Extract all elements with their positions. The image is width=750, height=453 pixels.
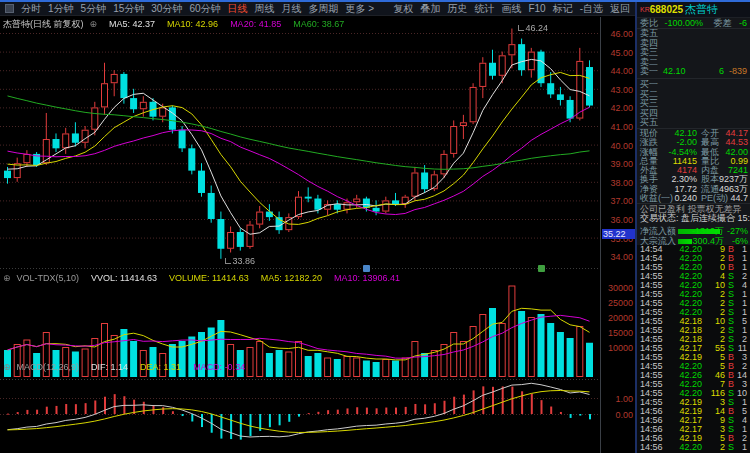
tick-row: 14:5642.202S1: [637, 443, 750, 452]
book-level-label: 卖五: [640, 28, 658, 38]
ma-values: MA5: 42.37MA10: 42.96MA20: 41.85MA60: 38…: [103, 19, 350, 29]
toolbar-button-统计[interactable]: 统计: [474, 3, 494, 15]
tab-30分钟[interactable]: 30分钟: [151, 3, 182, 15]
weicha-value: -6: [739, 18, 747, 29]
toolbar-button-标记[interactable]: 标记: [553, 3, 573, 15]
tab-日线[interactable]: 日线: [228, 3, 248, 15]
low-price-annotation: 33.86: [225, 256, 255, 266]
ask-row[interactable]: 卖一42.106-839: [637, 67, 750, 77]
toolbar-button-画线[interactable]: 画线: [501, 3, 521, 15]
ma-value: MA20: 41.85: [230, 19, 281, 29]
quote-panel: KR688025杰普特 委比 -100.00% 委差 -6 卖五卖四卖三卖二卖一…: [635, 2, 750, 453]
stat-label: 收益(一): [640, 194, 673, 203]
toolbar-button-复权[interactable]: 复权: [393, 3, 413, 15]
price-tick-label: 38.00: [601, 178, 633, 188]
volume-tick-label: 15000: [601, 328, 633, 338]
price-tick-label: 41.00: [601, 122, 633, 132]
tab-周线[interactable]: 周线: [255, 3, 275, 15]
tab-5分钟[interactable]: 5分钟: [81, 3, 107, 15]
book-level-label: 买三: [640, 98, 658, 108]
toolbar-buttons: 复权叠加历史统计画线F10标记-自选返回: [393, 3, 630, 15]
bid-row[interactable]: 买五: [637, 118, 750, 128]
tab-15分钟[interactable]: 15分钟: [113, 3, 144, 15]
flow-row: 净流入额-1310万-27%: [637, 226, 750, 236]
price-tick-label: 43.00: [601, 85, 633, 95]
macd-tick-label: 0.00: [601, 410, 633, 420]
book-level-label: 买五: [640, 117, 658, 127]
chart-title: 杰普特(日线 前复权): [3, 19, 84, 29]
app-menu-icon[interactable]: [5, 4, 14, 13]
quote-stats: 现价42.10今开44.17涨跌-2.00最高44.53涨幅-4.54%最低42…: [637, 128, 750, 203]
toolbar-button-返回[interactable]: 返回: [610, 3, 630, 15]
tab-月线[interactable]: 月线: [282, 3, 302, 15]
flow-label: 净流入额: [640, 226, 676, 236]
trade-status: 交易状态: 盘后连续撮合 15:05:00: [637, 213, 750, 223]
book-level-label: 卖三: [640, 47, 658, 57]
tick-volume: 2: [720, 443, 725, 452]
blue-event-marker-icon[interactable]: [363, 265, 370, 272]
book-level-label: 卖一: [640, 66, 658, 76]
tick-price: 42.20: [679, 443, 702, 452]
ma-value: MA60: 38.67: [293, 19, 344, 29]
tick-direction: S: [728, 443, 734, 452]
volume-tick-label: 10000: [601, 343, 633, 353]
price-tick-label: 42.00: [601, 103, 633, 113]
money-flow: 净流入额-1310万-27%大宗流入-300.4万-6%: [637, 226, 750, 246]
stat-label: PE(动): [701, 194, 728, 203]
book-level-label: 买二: [640, 89, 658, 99]
flow-percent: -27%: [727, 226, 748, 236]
price-tick-label: 40.00: [601, 141, 633, 151]
weibi-label: 委比: [640, 18, 658, 28]
price-tick-label: 45.00: [601, 48, 633, 58]
tick-list[interactable]: 14:5442.209B114:5442.202B114:5542.200B11…: [637, 245, 750, 453]
tick-count: 1: [742, 443, 747, 452]
book-price: 42.10: [663, 67, 686, 77]
price-axis: 46.0045.0044.0043.0042.0041.0040.0039.00…: [600, 17, 635, 453]
stat-row: 收益(一)0.240PE(动)44.7: [637, 194, 750, 203]
book-level-label: 买一: [640, 79, 658, 89]
book-level-label: 买四: [640, 108, 658, 118]
period-toolbar: 分时1分钟5分钟15分钟30分钟60分钟日线周线月线多周期更多 > 复权叠加历史…: [0, 2, 635, 16]
ma-value: MA5: 42.37: [109, 19, 155, 29]
book-level-label: 卖二: [640, 57, 658, 67]
book-volume: 6: [719, 67, 724, 77]
book-level-label: 卖四: [640, 38, 658, 48]
price-tick-label: 36.00: [601, 215, 633, 225]
volume-tick-label: 30000: [601, 283, 633, 293]
market-tag: KR: [640, 6, 650, 13]
tab-60分钟[interactable]: 60分钟: [189, 3, 220, 15]
stat-value: 44.7: [730, 194, 748, 203]
ma-value: MA10: 42.96: [167, 19, 218, 29]
price-tag-label: 35.22: [602, 229, 635, 239]
quote-header: KR688025杰普特: [637, 2, 750, 18]
tab-分时[interactable]: 分时: [21, 3, 41, 15]
tab-多周期[interactable]: 多周期: [309, 3, 339, 15]
flow-amount: -1310万: [692, 226, 724, 236]
stat-value: 0.240: [674, 194, 697, 203]
macd-tick-label: 1.00: [601, 394, 633, 404]
expand-icon[interactable]: ⊕: [90, 19, 98, 29]
price-tick-label: 34.00: [601, 252, 633, 262]
weicha-label: 委差: [714, 18, 732, 28]
toolbar-button-叠加[interactable]: 叠加: [420, 3, 440, 15]
high-price-annotation: 46.24: [518, 23, 548, 33]
stock-name: 杰普特: [685, 3, 718, 15]
tab-1分钟[interactable]: 1分钟: [48, 3, 74, 15]
toolbar-button--自选[interactable]: -自选: [580, 3, 603, 15]
company-notice: 公司已盈利 投票权无差异: [637, 203, 750, 213]
tick-time: 14:56: [640, 443, 663, 452]
price-tick-label: 44.00: [601, 66, 633, 76]
kline-chart-canvas[interactable]: [0, 17, 600, 453]
book-extra: -839: [729, 67, 747, 77]
toolbar-button-历史[interactable]: 历史: [447, 3, 467, 15]
order-book: 卖五卖四卖三卖二卖一42.106-839买一买二买三买四买五: [637, 29, 750, 128]
tab-更多 >[interactable]: 更多 >: [346, 3, 375, 15]
green-event-marker-icon[interactable]: [538, 265, 545, 272]
volume-tick-label: 20000: [601, 313, 633, 323]
volume-tick-label: 25000: [601, 298, 633, 308]
price-tick-label: 46.00: [601, 29, 633, 39]
toolbar-button-F10[interactable]: F10: [528, 3, 545, 15]
kline-info-line: 杰普特(日线 前复权)⊕MA5: 42.37MA10: 42.96MA20: 4…: [3, 18, 356, 29]
stock-code: 688025: [650, 4, 683, 15]
period-tabs: 分时1分钟5分钟15分钟30分钟60分钟日线周线月线多周期更多 >: [21, 3, 374, 15]
